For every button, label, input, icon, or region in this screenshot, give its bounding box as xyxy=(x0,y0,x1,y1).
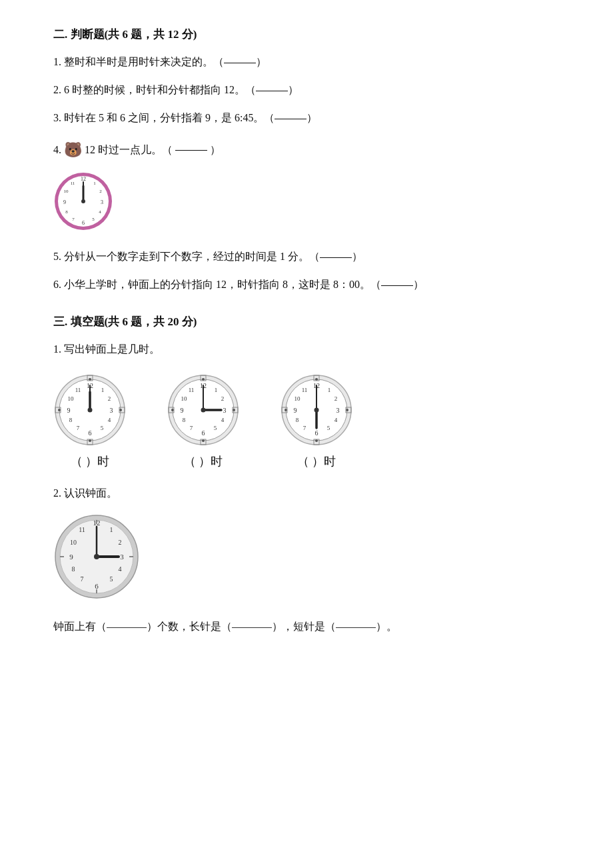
svg-text:5: 5 xyxy=(327,425,330,431)
clock-3-svg: 12 3 6 9 1 2 4 5 7 8 10 11 xyxy=(280,373,353,447)
svg-text:4: 4 xyxy=(119,565,122,573)
svg-point-21 xyxy=(58,409,61,411)
svg-text:5: 5 xyxy=(214,425,217,431)
svg-text:10: 10 xyxy=(70,539,77,546)
section-3: 三. 填空题(共 6 题，共 20 分) 1. 写出钟面上是几时。 12 xyxy=(53,314,560,637)
question-2-3: 3. 时针在 5 和 6 之间，分针指着 9，是 6:45。（） xyxy=(53,107,560,129)
svg-text:7: 7 xyxy=(77,425,80,431)
svg-text:3: 3 xyxy=(120,553,124,561)
svg-text:5: 5 xyxy=(101,425,104,431)
svg-text:2: 2 xyxy=(119,539,122,546)
svg-text:9: 9 xyxy=(294,407,297,414)
svg-point-66 xyxy=(201,408,206,413)
svg-text:7: 7 xyxy=(190,425,193,431)
svg-text:2: 2 xyxy=(334,395,338,402)
svg-text:7: 7 xyxy=(72,217,75,222)
section-3-title: 三. 填空题(共 6 题，共 20 分) xyxy=(53,314,560,329)
svg-text:10: 10 xyxy=(181,395,188,402)
clock-item-2: 12 3 6 9 1 2 4 5 7 8 10 11 xyxy=(167,373,240,469)
clock-q4-svg: 12 3 6 9 1 2 4 5 7 8 10 11 xyxy=(53,171,113,231)
svg-point-91 xyxy=(314,408,319,413)
clock-q4-area: 12 3 6 9 1 2 4 5 7 8 10 11 xyxy=(53,171,560,234)
svg-text:4: 4 xyxy=(108,417,111,423)
svg-text:12: 12 xyxy=(81,176,86,182)
clock-q2-svg: 12 3 6 9 1 2 4 5 7 8 10 11 xyxy=(53,513,140,600)
svg-point-70 xyxy=(315,439,318,442)
svg-text:1: 1 xyxy=(328,387,331,393)
clock-3-label: （ ）时 xyxy=(297,453,336,469)
svg-text:7: 7 xyxy=(81,575,84,583)
clock-item-1: 12 3 6 9 1 2 4 5 7 8 10 11 xyxy=(53,373,127,469)
svg-text:5: 5 xyxy=(110,575,113,583)
svg-text:10: 10 xyxy=(295,395,301,402)
bear-clock-icon: 🐻 xyxy=(64,135,82,165)
clock-item-3: 12 3 6 9 1 2 4 5 7 8 10 11 xyxy=(280,373,353,469)
clock-row-q1: 12 3 6 9 1 2 4 5 7 8 10 11 xyxy=(53,373,560,469)
svg-point-47 xyxy=(233,409,235,411)
svg-text:9: 9 xyxy=(69,553,73,561)
clock-1-svg: 12 3 6 9 1 2 4 5 7 8 10 11 xyxy=(53,373,127,447)
svg-text:1: 1 xyxy=(215,387,218,393)
svg-point-41 xyxy=(88,408,93,413)
svg-point-112 xyxy=(94,554,99,559)
question-2-6: 6. 小华上学时，钟面上的分针指向 12，时针指向 8，这时是 8：00。（） xyxy=(53,274,560,295)
question-2-4: 4. 🐻 12 时过一点儿。（） xyxy=(53,135,560,165)
svg-point-71 xyxy=(285,409,287,411)
svg-point-19 xyxy=(89,378,91,381)
clock-2-svg: 12 3 6 9 1 2 4 5 7 8 10 11 xyxy=(167,373,240,447)
svg-text:3: 3 xyxy=(336,407,340,414)
svg-text:4: 4 xyxy=(99,209,101,215)
svg-text:6: 6 xyxy=(82,220,85,226)
svg-point-16 xyxy=(81,199,85,203)
svg-text:9: 9 xyxy=(63,199,66,205)
svg-text:10: 10 xyxy=(64,189,69,194)
svg-text:8: 8 xyxy=(296,417,299,423)
question-2-1: 1. 整时和半时是用时针来决定的。（） xyxy=(53,51,560,73)
svg-text:2: 2 xyxy=(221,395,225,402)
svg-point-45 xyxy=(202,439,205,442)
q3-2-caption: 钟面上有（）个数，长针是（），短针是（）。 xyxy=(53,616,560,637)
svg-text:3: 3 xyxy=(110,407,113,414)
svg-text:10: 10 xyxy=(68,395,75,402)
clock-1-label: （ ）时 xyxy=(71,453,110,469)
svg-point-20 xyxy=(89,439,91,442)
page-container: 二. 判断题(共 6 题，共 12 分) 1. 整时和半时是用时针来决定的。（）… xyxy=(53,27,560,637)
svg-point-44 xyxy=(202,378,205,381)
section-2: 二. 判断题(共 6 题，共 12 分) 1. 整时和半时是用时针来决定的。（）… xyxy=(53,27,560,295)
svg-text:9: 9 xyxy=(181,407,184,414)
svg-text:8: 8 xyxy=(72,565,75,573)
svg-text:6: 6 xyxy=(315,429,318,437)
svg-text:2: 2 xyxy=(108,395,111,402)
svg-text:1: 1 xyxy=(93,181,96,186)
svg-point-22 xyxy=(119,409,122,411)
svg-point-69 xyxy=(315,378,318,381)
svg-text:8: 8 xyxy=(183,417,186,423)
svg-text:5: 5 xyxy=(92,217,95,222)
svg-text:3: 3 xyxy=(223,407,227,414)
svg-text:4: 4 xyxy=(334,417,338,423)
svg-text:2: 2 xyxy=(99,189,102,194)
svg-text:11: 11 xyxy=(189,387,195,393)
svg-text:11: 11 xyxy=(75,387,81,393)
clock-2-label: （ ）时 xyxy=(184,453,223,469)
svg-text:6: 6 xyxy=(95,582,99,590)
section-2-title: 二. 判断题(共 6 题，共 12 分) xyxy=(53,27,560,42)
svg-text:11: 11 xyxy=(79,526,85,533)
svg-text:8: 8 xyxy=(65,209,68,215)
svg-point-72 xyxy=(346,409,348,411)
svg-text:11: 11 xyxy=(302,387,308,393)
svg-text:7: 7 xyxy=(303,425,306,431)
svg-text:6: 6 xyxy=(202,429,205,437)
svg-text:8: 8 xyxy=(69,417,73,423)
svg-text:11: 11 xyxy=(71,181,75,186)
question-2-2: 2. 6 时整的时候，时针和分针都指向 12。（） xyxy=(53,79,560,101)
question-2-5: 5. 分针从一个数字走到下个数字，经过的时间是 1 分。（） xyxy=(53,246,560,267)
svg-text:3: 3 xyxy=(101,199,103,205)
svg-text:9: 9 xyxy=(67,407,71,414)
clock-q2-area: 12 3 6 9 1 2 4 5 7 8 10 11 xyxy=(53,513,560,603)
q3-1-label: 1. 写出钟面上是几时。 xyxy=(53,339,560,360)
svg-text:1: 1 xyxy=(110,526,113,533)
svg-text:1: 1 xyxy=(101,387,105,393)
svg-point-46 xyxy=(171,409,174,411)
q3-2-label: 2. 认识钟面。 xyxy=(53,483,560,504)
